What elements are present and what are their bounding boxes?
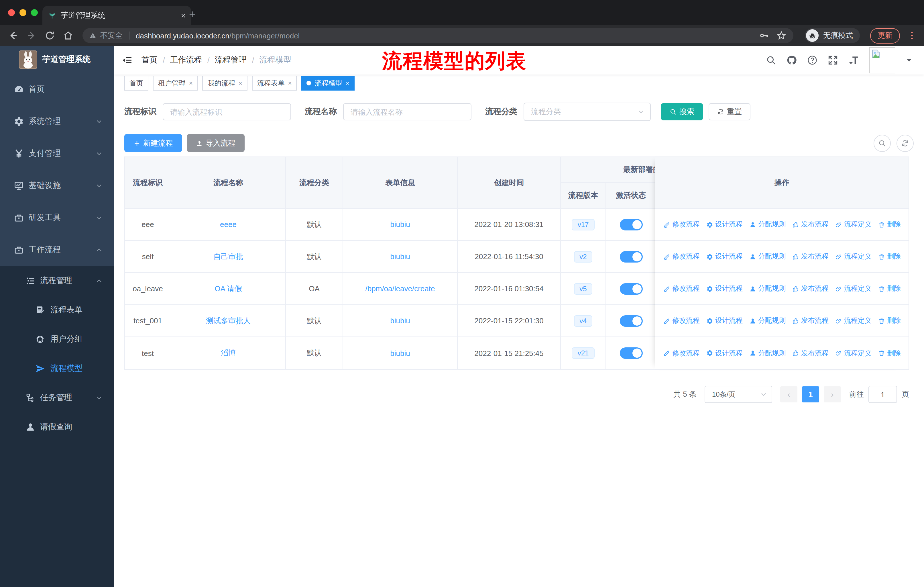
font-size-icon[interactable] (848, 55, 859, 65)
form-info-link[interactable]: biubiu (390, 220, 410, 229)
publish-process-link[interactable]: 发布流程 (792, 284, 828, 293)
active-toggle[interactable] (620, 283, 642, 294)
process-category-select[interactable]: 流程分类 (523, 103, 651, 121)
publish-process-link[interactable]: 发布流程 (792, 220, 828, 229)
process-name-link[interactable]: 自己审批 (213, 251, 243, 262)
publish-process-link[interactable]: 发布流程 (792, 251, 828, 261)
close-icon[interactable]: × (239, 80, 242, 86)
assign-rule-link[interactable]: 分配规则 (749, 284, 785, 293)
process-key-input[interactable] (163, 103, 291, 121)
page-1-button[interactable]: 1 (802, 386, 819, 402)
page-size-select[interactable]: 10条/页 (705, 386, 772, 403)
delete-link[interactable]: 删除 (878, 220, 901, 229)
hamburger-icon[interactable] (122, 55, 132, 65)
design-process-link[interactable]: 设计流程 (706, 220, 743, 229)
version-badge[interactable]: v5 (574, 283, 592, 294)
edit-process-link[interactable]: 修改流程 (663, 220, 700, 229)
zoom-window-button[interactable] (31, 9, 38, 16)
sidebar-item-task-management[interactable]: 任务管理 (0, 383, 114, 412)
design-process-link[interactable]: 设计流程 (706, 284, 743, 293)
delete-link[interactable]: 删除 (878, 316, 901, 326)
close-icon[interactable]: × (189, 80, 193, 86)
back-icon[interactable] (6, 28, 21, 43)
key-icon[interactable] (759, 30, 769, 41)
search-button[interactable]: 搜索 (661, 103, 703, 121)
home-icon[interactable] (61, 28, 76, 43)
refresh-table-button[interactable] (896, 134, 914, 152)
tag-my-process[interactable]: 我的流程× (203, 76, 248, 91)
assign-rule-link[interactable]: 分配规则 (749, 220, 785, 229)
close-icon[interactable]: × (346, 80, 350, 86)
version-badge[interactable]: v21 (572, 347, 595, 359)
process-definition-link[interactable]: 流程定义 (835, 251, 871, 261)
delete-link[interactable]: 删除 (878, 284, 901, 293)
process-definition-link[interactable]: 流程定义 (835, 220, 871, 229)
active-toggle[interactable] (620, 347, 642, 359)
process-name-link[interactable]: 滔博 (221, 348, 236, 358)
sidebar-item-payment[interactable]: 支付管理 (0, 137, 114, 170)
sidebar-item-process-model[interactable]: 流程模型 (0, 354, 114, 383)
address-bar[interactable]: 不安全 dashboard.yudao.iocoder.cn/bpm/manag… (82, 28, 794, 43)
form-info-link[interactable]: biubiu (390, 349, 410, 357)
process-name-input[interactable] (343, 103, 472, 121)
goto-page-input[interactable] (868, 386, 897, 403)
sidebar-item-workflow[interactable]: 工作流程 (0, 234, 114, 266)
sidebar-item-leave-query[interactable]: 请假查询 (0, 412, 114, 441)
github-icon[interactable] (787, 55, 797, 65)
sidebar-item-devtools[interactable]: 研发工具 (0, 202, 114, 234)
delete-link[interactable]: 删除 (878, 348, 901, 358)
tag-process-form[interactable]: 流程表单× (252, 76, 297, 91)
delete-link[interactable]: 删除 (878, 251, 901, 261)
active-toggle[interactable] (620, 251, 642, 262)
edit-process-link[interactable]: 修改流程 (663, 348, 700, 358)
form-info-link[interactable]: biubiu (390, 252, 410, 261)
design-process-link[interactable]: 设计流程 (706, 251, 743, 261)
publish-process-link[interactable]: 发布流程 (792, 316, 828, 326)
browser-tab[interactable]: 芋道管理系统 × (42, 6, 191, 25)
form-info-link[interactable]: /bpm/oa/leave/create (365, 284, 435, 293)
create-process-button[interactable]: 新建流程 (124, 134, 182, 152)
chrome-update-button[interactable]: 更新 (870, 28, 900, 43)
sidebar-item-system[interactable]: 系统管理 (0, 106, 114, 137)
import-process-button[interactable]: 导入流程 (187, 134, 244, 152)
forward-icon[interactable] (24, 28, 39, 43)
active-toggle[interactable] (620, 219, 642, 230)
next-page-button[interactable]: › (824, 386, 841, 402)
tab-close-icon[interactable]: × (181, 11, 186, 20)
design-process-link[interactable]: 设计流程 (706, 316, 743, 326)
edit-process-link[interactable]: 修改流程 (663, 284, 700, 293)
sidebar-item-user-group[interactable]: 用户分组 (0, 324, 114, 354)
edit-process-link[interactable]: 修改流程 (663, 251, 700, 261)
sidebar-item-infrastructure[interactable]: 基础设施 (0, 170, 114, 202)
avatar[interactable] (869, 47, 895, 73)
reset-button[interactable]: 重置 (709, 103, 751, 121)
breadcrumb-home[interactable]: 首页 (142, 55, 158, 65)
reload-icon[interactable] (42, 28, 57, 43)
assign-rule-link[interactable]: 分配规则 (749, 348, 785, 358)
active-toggle[interactable] (620, 315, 642, 326)
process-name-link[interactable]: OA 请假 (214, 283, 242, 294)
process-definition-link[interactable]: 流程定义 (835, 316, 871, 326)
sidebar-item-process-form[interactable]: 流程表单 (0, 295, 114, 324)
sidebar-item-home[interactable]: 首页 (0, 73, 114, 106)
breadcrumb-process-management[interactable]: 流程管理 (215, 55, 247, 65)
tag-process-model[interactable]: 流程模型× (302, 76, 355, 91)
process-name-link[interactable]: eeee (220, 220, 237, 229)
version-badge[interactable]: v17 (572, 219, 595, 230)
new-tab-button[interactable]: + (189, 8, 195, 21)
show-search-button[interactable] (874, 134, 891, 152)
fullscreen-icon[interactable] (828, 55, 838, 65)
prev-page-button[interactable]: ‹ (780, 386, 797, 402)
process-definition-link[interactable]: 流程定义 (835, 348, 871, 358)
breadcrumb-workflow[interactable]: 工作流程 (170, 55, 202, 65)
tag-home[interactable]: 首页 (124, 76, 148, 91)
sidebar-item-process-management[interactable]: 流程管理 (0, 266, 114, 295)
process-name-link[interactable]: 测试多审批人 (206, 316, 251, 326)
search-icon[interactable] (766, 55, 776, 65)
design-process-link[interactable]: 设计流程 (706, 348, 743, 358)
close-icon[interactable]: × (288, 80, 292, 86)
form-info-link[interactable]: biubiu (390, 316, 410, 325)
version-badge[interactable]: v4 (574, 315, 592, 326)
browser-menu-icon[interactable] (906, 30, 918, 41)
publish-process-link[interactable]: 发布流程 (792, 348, 828, 358)
